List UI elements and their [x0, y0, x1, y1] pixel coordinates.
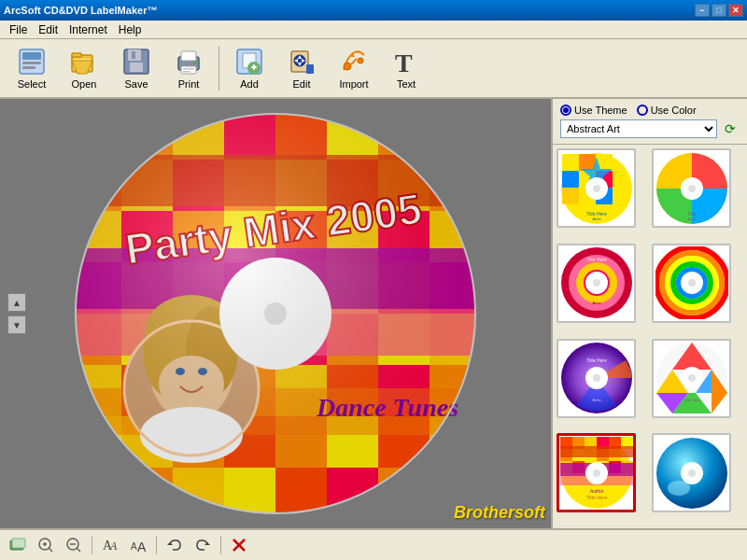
thumbnail-8[interactable] [652, 433, 731, 512]
add-button[interactable]: Add [225, 42, 274, 94]
thumbnail-5[interactable]: Title Here Artist [557, 339, 636, 418]
svg-point-133 [688, 185, 696, 192]
thumbnail-4[interactable] [652, 244, 731, 323]
svg-point-141 [593, 279, 600, 287]
svg-text:A: A [131, 541, 137, 552]
svg-rect-33 [70, 108, 121, 160]
svg-rect-96 [430, 468, 481, 519]
zoom-in-button[interactable] [34, 534, 58, 556]
svg-point-154 [593, 374, 600, 382]
right-panel: Use Theme Use Color Abstract Art ⟳ [551, 99, 747, 528]
thumbnail-6[interactable]: Title Here [652, 339, 731, 418]
svg-rect-13 [181, 66, 196, 74]
layers-button[interactable] [6, 534, 30, 556]
menu-edit[interactable]: Edit [33, 21, 63, 38]
toolbar: Select Open Save [0, 39, 747, 99]
menu-file[interactable]: File [4, 21, 33, 38]
add-icon [234, 47, 264, 77]
use-theme-option[interactable]: Use Theme [560, 105, 627, 116]
thumbnail-7[interactable]: Author Title Here [557, 433, 636, 512]
menu-internet[interactable]: Internet [63, 21, 113, 38]
cd-container: Party Mix 2005 Dance Tunes [70, 108, 481, 519]
svg-rect-12 [181, 51, 196, 61]
edit-button[interactable]: Edit [277, 42, 326, 94]
edit-icon [287, 47, 317, 77]
save-icon [121, 47, 151, 77]
arrow-up-button[interactable]: ▲ [7, 293, 26, 312]
canvas-area[interactable]: ▲ ▼ [0, 99, 551, 528]
svg-text:Artist: Artist [687, 217, 697, 221]
thumbnail-2[interactable]: Title Artist [652, 148, 731, 228]
open-button[interactable]: Open [60, 42, 108, 94]
thumbnail-grid[interactable]: Title Here Artist Title Artist [553, 145, 747, 528]
print-button[interactable]: Print [164, 42, 213, 94]
svg-text:Title Here: Title Here [586, 357, 607, 363]
text-size-button[interactable]: A A [126, 534, 150, 556]
text-style-button[interactable]: A A [98, 534, 122, 556]
theme-dropdown[interactable]: Abstract Art [560, 119, 717, 138]
refresh-button[interactable]: ⟳ [721, 119, 740, 138]
radio-row: Use Theme Use Color [560, 105, 740, 116]
color-radio-circle [637, 105, 648, 116]
window-controls: − □ ✕ [695, 4, 743, 17]
svg-rect-16 [183, 71, 190, 73]
svg-rect-89 [70, 468, 121, 519]
svg-rect-15 [183, 68, 194, 70]
svg-rect-10 [132, 51, 135, 59]
thumbnail-1[interactable]: Title Here Artist [557, 148, 636, 228]
theme-radio-circle [560, 105, 571, 116]
svg-rect-27 [306, 64, 314, 74]
svg-text:Artist: Artist [592, 301, 601, 305]
status-separator-1 [92, 536, 92, 554]
close-button[interactable]: ✕ [728, 4, 743, 17]
theme-radio-filled [563, 107, 569, 113]
svg-rect-20 [253, 64, 255, 70]
arrow-down-button[interactable]: ▼ [7, 315, 26, 334]
svg-point-14 [193, 61, 197, 64]
status-bar: A A A A [0, 528, 747, 560]
svg-rect-9 [130, 63, 143, 72]
text-button[interactable]: T Text [382, 42, 430, 94]
dropdown-row: Abstract Art ⟳ [560, 119, 740, 138]
select-button[interactable]: Select [7, 42, 56, 94]
import-button[interactable]: Import [330, 42, 378, 94]
open-icon [69, 47, 99, 77]
use-color-label: Use Color [651, 105, 697, 116]
main-area: ▲ ▼ [0, 99, 747, 528]
svg-line-200 [49, 548, 52, 552]
svg-text:Title Here: Title Here [684, 398, 700, 402]
svg-text:Title Here: Title Here [585, 495, 607, 500]
select-label: Select [18, 78, 47, 90]
svg-rect-196 [12, 539, 25, 548]
toolbar-separator-1 [218, 46, 219, 91]
svg-rect-40 [430, 108, 481, 160]
print-label: Print [178, 78, 200, 90]
redo-button[interactable] [190, 534, 215, 556]
svg-rect-183 [560, 446, 633, 457]
open-label: Open [72, 78, 97, 90]
svg-text:Author: Author [588, 488, 603, 494]
maximize-button[interactable]: □ [712, 4, 726, 17]
svg-point-193 [688, 469, 696, 477]
svg-point-116 [76, 114, 475, 513]
thumbnail-3[interactable]: Title Here Artist [557, 244, 636, 323]
svg-text:Title Here: Title Here [586, 257, 607, 262]
status-separator-3 [220, 536, 221, 554]
minimize-button[interactable]: − [695, 4, 710, 17]
svg-rect-3 [22, 66, 35, 69]
save-label: Save [124, 78, 148, 90]
use-color-option[interactable]: Use Color [637, 105, 697, 116]
app-title: ArcSoft CD&DVD LabelMaker™ [4, 5, 157, 16]
menu-help[interactable]: Help [113, 21, 148, 38]
svg-text:Artist: Artist [592, 217, 601, 221]
undo-button[interactable] [162, 534, 187, 556]
save-button[interactable]: Save [112, 42, 161, 94]
svg-text:T: T [395, 49, 413, 76]
svg-rect-122 [562, 171, 579, 188]
delete-button[interactable] [227, 534, 251, 556]
zoom-out-button[interactable] [62, 534, 86, 556]
svg-point-188 [593, 469, 600, 477]
svg-rect-2 [22, 62, 41, 64]
svg-point-28 [344, 63, 351, 70]
cd-disc: Party Mix 2005 Dance Tunes [70, 108, 481, 519]
